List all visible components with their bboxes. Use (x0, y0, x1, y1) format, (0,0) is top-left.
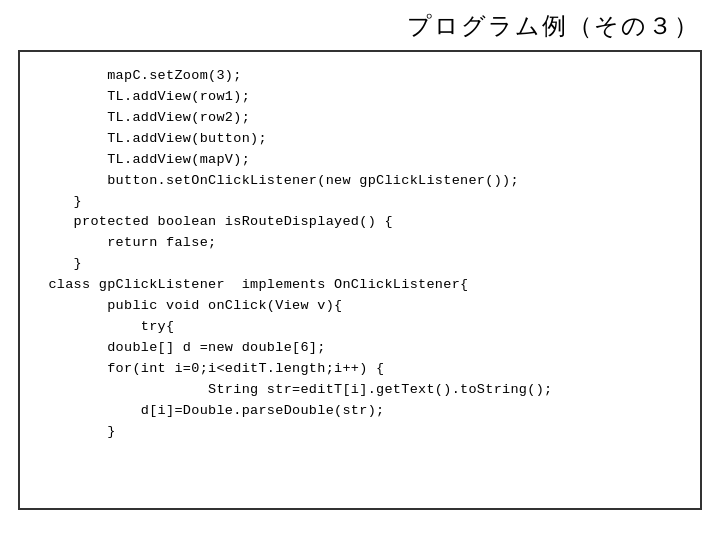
code-line: class gpClickListener implements OnClick… (40, 275, 680, 296)
code-line: d[i]=Double.parseDouble(str); (40, 401, 680, 422)
code-line: TL.addView(button); (40, 129, 680, 150)
code-line: String str=editT[i].getText().toString()… (40, 380, 680, 401)
code-line: for(int i=0;i<editT.length;i++) { (40, 359, 680, 380)
code-box: mapC.setZoom(3); TL.addView(row1); TL.ad… (18, 50, 702, 510)
page-container: プログラム例（その３） mapC.setZoom(3); TL.addView(… (0, 0, 720, 540)
code-line: double[] d =new double[6]; (40, 338, 680, 359)
code-line: return false; (40, 233, 680, 254)
code-line: TL.addView(mapV); (40, 150, 680, 171)
code-line: } (40, 422, 680, 443)
code-line: TL.addView(row2); (40, 108, 680, 129)
code-line: protected boolean isRouteDisplayed() { (40, 212, 680, 233)
code-line: button.setOnClickListener(new gpClickLis… (40, 171, 680, 192)
code-line: } (40, 192, 680, 213)
code-line: mapC.setZoom(3); (40, 66, 680, 87)
code-line: public void onClick(View v){ (40, 296, 680, 317)
code-line: try{ (40, 317, 680, 338)
code-line: TL.addView(row1); (40, 87, 680, 108)
code-line: } (40, 254, 680, 275)
page-title: プログラム例（その３） (0, 0, 720, 50)
